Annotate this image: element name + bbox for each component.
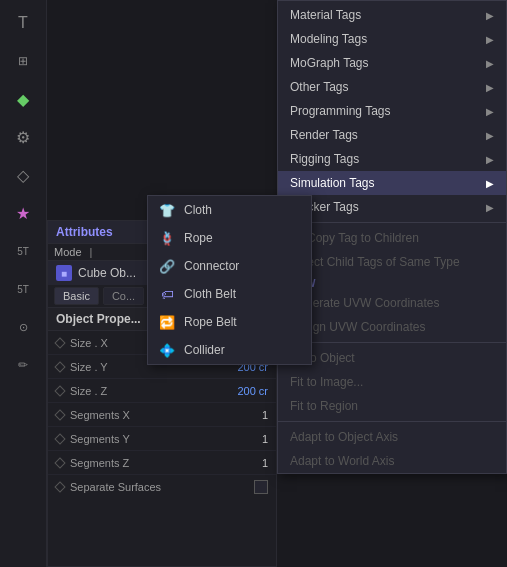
gear-tool-icon[interactable]: ⚙	[6, 120, 40, 154]
adapt-world-label: Adapt to World Axis	[290, 454, 395, 468]
separate-label: Separate Surfaces	[70, 481, 254, 493]
menu-fit-region: Fit to Region	[278, 394, 506, 418]
seg-z-diamond	[54, 457, 65, 468]
rigging-tags-arrow: ▶	[486, 154, 494, 165]
tracker-tags-arrow: ▶	[486, 202, 494, 213]
seg-y-value: 1	[228, 433, 268, 445]
seg-y-label: Segments Y	[70, 433, 228, 445]
menu-generate-uvw: Generate UVW Coordinates	[278, 291, 506, 315]
submenu-connector[interactable]: 🔗 Connector	[148, 252, 311, 280]
size-z-value: 200 cr	[228, 385, 268, 397]
select-child-label: Select Child Tags of Same Type	[290, 255, 460, 269]
rigging-tags-label: Rigging Tags	[290, 152, 359, 166]
size-z-diamond	[54, 385, 65, 396]
prop-size-z: Size . Z 200 cr	[48, 379, 276, 403]
cloth-icon: 👕	[158, 201, 176, 219]
rope-belt-icon: 🔁	[158, 313, 176, 331]
connector-icon: 🔗	[158, 257, 176, 275]
menu-copy-tag: ▣ Copy Tag to Children	[278, 226, 506, 250]
menu-rigging-tags[interactable]: Rigging Tags ▶	[278, 147, 506, 171]
seg-z-label: Segments Z	[70, 457, 228, 469]
generate-uvw-label: Generate UVW Coordinates	[290, 296, 439, 310]
tab-coord[interactable]: Co...	[103, 287, 144, 305]
seg-y-diamond	[54, 433, 65, 444]
other-tags-label: Other Tags	[290, 80, 348, 94]
seg-x-diamond	[54, 409, 65, 420]
mode-label: Mode	[54, 246, 82, 258]
fit-image-label: Fit to Image...	[290, 375, 363, 389]
other-tags-arrow: ▶	[486, 82, 494, 93]
separator-3	[278, 421, 506, 422]
tag-tool2-icon[interactable]: 5T	[6, 272, 40, 306]
separate-checkbox[interactable]	[254, 480, 268, 494]
simulation-tags-label: Simulation Tags	[290, 176, 375, 190]
menu-programming-tags[interactable]: Programming Tags ▶	[278, 99, 506, 123]
material-tags-label: Material Tags	[290, 8, 361, 22]
size-y-diamond	[54, 361, 65, 372]
light-tool-icon[interactable]: ⊙	[6, 310, 40, 344]
programming-tags-arrow: ▶	[486, 106, 494, 117]
collider-label: Collider	[184, 343, 225, 357]
menu-mograph-tags[interactable]: MoGraph Tags ▶	[278, 51, 506, 75]
rope-icon: 🪢	[158, 229, 176, 247]
uvw-section-label: UVW	[278, 274, 506, 291]
separator-1	[278, 222, 506, 223]
submenu-rope[interactable]: 🪢 Rope	[148, 224, 311, 252]
submenu-cloth[interactable]: 👕 Cloth	[148, 196, 311, 224]
mograph-tags-label: MoGraph Tags	[290, 56, 369, 70]
object-name: Cube Ob...	[78, 266, 136, 280]
cube-icon: ■	[56, 265, 72, 281]
tag-tool-icon[interactable]: 5T	[6, 234, 40, 268]
star-tool-icon[interactable]: ★	[6, 196, 40, 230]
text-tool-icon[interactable]: T	[6, 6, 40, 40]
submenu-cloth-belt[interactable]: 🏷 Cloth Belt	[148, 280, 311, 308]
menu-render-tags[interactable]: Render Tags ▶	[278, 123, 506, 147]
separate-diamond	[54, 481, 65, 492]
size-x-diamond	[54, 337, 65, 348]
cloth-belt-label: Cloth Belt	[184, 287, 236, 301]
edit-tool-icon[interactable]: ✏	[6, 348, 40, 382]
connector-label: Connector	[184, 259, 239, 273]
attributes-title: Attributes	[56, 225, 113, 239]
main-area: Attributes Mode | ■ Cube Ob... Basic Co.…	[47, 0, 507, 567]
prop-seg-y: Segments Y 1	[48, 427, 276, 451]
menu-material-tags[interactable]: Material Tags ▶	[278, 3, 506, 27]
mograph-tags-arrow: ▶	[486, 58, 494, 69]
adapt-object-label: Adapt to Object Axis	[290, 430, 398, 444]
separator-2	[278, 342, 506, 343]
curve-tool-icon[interactable]: ◇	[6, 158, 40, 192]
rope-label: Rope	[184, 231, 213, 245]
menu-simulation-tags[interactable]: Simulation Tags ▶	[278, 171, 506, 195]
rope-belt-label: Rope Belt	[184, 315, 237, 329]
seg-x-value: 1	[228, 409, 268, 421]
menu-assign-uvw: Assign UVW Coordinates	[278, 315, 506, 339]
prop-seg-x: Segments X 1	[48, 403, 276, 427]
menu-tracker-tags[interactable]: Tracker Tags ▶	[278, 195, 506, 219]
menu-other-tags[interactable]: Other Tags ▶	[278, 75, 506, 99]
render-tags-arrow: ▶	[486, 130, 494, 141]
modeling-tags-label: Modeling Tags	[290, 32, 367, 46]
submenu-collider[interactable]: 💠 Collider	[148, 336, 311, 364]
submenu-rope-belt[interactable]: 🔁 Rope Belt	[148, 308, 311, 336]
node-tool-icon[interactable]: ⊞	[6, 44, 40, 78]
seg-z-value: 1	[228, 457, 268, 469]
prop-seg-z: Segments Z 1	[48, 451, 276, 475]
fit-region-label: Fit to Region	[290, 399, 358, 413]
simulation-tags-arrow: ▶	[486, 178, 494, 189]
seg-x-label: Segments X	[70, 409, 228, 421]
simulation-submenu: 👕 Cloth 🪢 Rope 🔗 Connector 🏷 Cloth Belt …	[147, 195, 312, 365]
shape-tool-icon[interactable]: ◆	[6, 82, 40, 116]
prop-separate: Separate Surfaces	[48, 475, 276, 499]
menu-adapt-object-axis: Adapt to Object Axis	[278, 425, 506, 449]
modeling-tags-arrow: ▶	[486, 34, 494, 45]
cloth-label: Cloth	[184, 203, 212, 217]
size-z-label: Size . Z	[70, 385, 228, 397]
render-tags-label: Render Tags	[290, 128, 358, 142]
menu-fit-object: Fit to Object	[278, 346, 506, 370]
left-toolbar: T ⊞ ◆ ⚙ ◇ ★ 5T 5T ⊙ ✏	[0, 0, 47, 567]
menu-modeling-tags[interactable]: Modeling Tags ▶	[278, 27, 506, 51]
material-tags-arrow: ▶	[486, 10, 494, 21]
menu-select-child: Select Child Tags of Same Type	[278, 250, 506, 274]
tab-basic[interactable]: Basic	[54, 287, 99, 305]
cloth-belt-icon: 🏷	[158, 285, 176, 303]
